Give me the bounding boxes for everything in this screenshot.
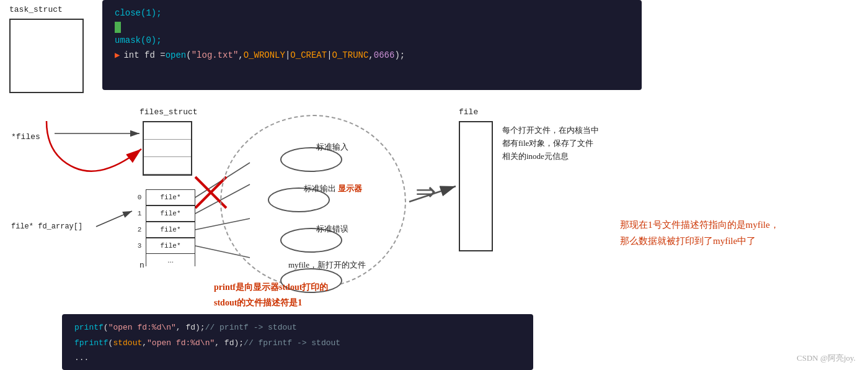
- task-struct-box: [9, 19, 84, 93]
- files-struct-column: [143, 121, 192, 176]
- fd-array-label: file* fd_array[]: [11, 222, 82, 231]
- oval-stderr-label: 标准错误: [316, 223, 348, 235]
- code-ocreat: O_CREAT: [290, 48, 327, 63]
- files-ptr-label: *files: [11, 132, 40, 142]
- fprintf-paren1: (: [108, 336, 113, 351]
- code-comma2: ,: [368, 48, 373, 63]
- printf-desc-line1: printf是向显示器stdout打印的: [214, 279, 328, 295]
- code-perm: 0666: [374, 48, 395, 63]
- right-text-line1: 那现在1号文件描述符指向的是myfile，: [620, 217, 825, 233]
- fd-index-0: 0: [133, 189, 146, 205]
- fd-index-2: 2: [133, 222, 146, 238]
- code-owronly: O_WRONLY: [244, 48, 285, 63]
- code-string-logtxt: "log.txt": [192, 48, 239, 63]
- file-box: [459, 121, 493, 251]
- right-text: 那现在1号文件描述符指向的是myfile， 那么数据就被打印到了myfile中了: [620, 217, 825, 249]
- arrow-right: ⇒: [415, 177, 436, 206]
- code-close: close(1);: [115, 6, 162, 21]
- oval-stdout-label: 标准输出 显示器: [304, 183, 362, 194]
- printf-fn: printf: [74, 320, 104, 336]
- oval-stdin-label: 标准输入: [316, 142, 348, 153]
- fprintf-str: "open fd:%d\n": [147, 336, 215, 351]
- code-pipe1: |: [285, 48, 290, 63]
- file-label: file: [459, 107, 478, 117]
- code-int: int fd =: [123, 48, 165, 63]
- code-comma1: ,: [238, 48, 243, 63]
- n-label: n: [140, 261, 144, 270]
- code-close-paren: );: [394, 48, 405, 63]
- bottom-dots: ...: [74, 351, 89, 366]
- printf-paren1: (: [104, 320, 108, 336]
- fprintf-comma: ,: [142, 336, 147, 351]
- task-struct-label: task_struct: [9, 5, 63, 14]
- code-open-fn: open: [166, 48, 187, 63]
- bottom-code-line1: printf ( "open fd:%d\n" , fd); printf("o…: [74, 320, 521, 336]
- fd-dots: ...: [146, 254, 195, 266]
- right-text-line2: 那么数据就被打印到了myfile中了: [620, 233, 825, 250]
- printf-comma: , fd);: [176, 320, 205, 336]
- files-struct-cell-3: [144, 157, 191, 174]
- code-umask: umask(0);: [115, 34, 162, 48]
- printf-desc: printf是向显示器stdout打印的 stdout的文件描述符是1: [214, 279, 328, 310]
- fd-row-2: 2 file*: [133, 222, 195, 238]
- fd-row-3: 3 file*: [133, 238, 195, 254]
- bottom-code-line2: fprintf ( stdout , "open fd:%d\n" , fd);…: [74, 336, 521, 351]
- fd-cell-1: file*: [146, 205, 195, 222]
- printf-comment-vis: // printf -> stdout: [205, 320, 297, 336]
- files-struct-cell: [144, 122, 191, 140]
- oval-stdout-text: 标准输出: [304, 184, 336, 193]
- bottom-code-line3: ...: [74, 351, 521, 366]
- fd-array-table: 0 file* 1 file* 2 file* 3 file* ...: [133, 189, 195, 266]
- cursor: [115, 22, 121, 33]
- line-indicator: ▶: [115, 48, 120, 63]
- printf-str1: "open fd:%d\n": [108, 320, 176, 336]
- file-desc: 每个打开文件，在内核当中都有file对象，保存了文件相关的inode元信息: [502, 124, 601, 163]
- svg-line-3: [96, 211, 132, 227]
- fd-cell-0: file*: [146, 189, 195, 205]
- fprintf-rest: , fd);: [215, 336, 244, 351]
- fd-index-3: 3: [133, 238, 146, 254]
- code-block-bottom: printf ( "open fd:%d\n" , fd); printf("o…: [62, 314, 533, 370]
- fprintf-comment: // fprintf -> stdout: [244, 336, 340, 351]
- code-paren: (: [186, 48, 191, 63]
- fprintf-fn: fprintf: [74, 336, 108, 351]
- watermark: CSDN @阿亮joy.: [797, 353, 856, 364]
- oval-stdout-extra: 显示器: [338, 184, 362, 193]
- code-otrunc: O_TRUNC: [332, 48, 369, 63]
- fprintf-stdout: stdout: [113, 336, 142, 351]
- code-block-top: close(1); umask(0); ▶ int fd = open ( "l…: [102, 0, 642, 90]
- files-struct-cell-2: [144, 140, 191, 157]
- fd-cell-2: file*: [146, 222, 195, 238]
- fd-index-1: 1: [133, 205, 146, 222]
- fd-cell-3: file*: [146, 238, 195, 254]
- fd-row-0: 0 file*: [133, 189, 195, 205]
- fd-row-1: 1 file*: [133, 205, 195, 222]
- files-struct-label: files_struct: [140, 107, 198, 117]
- code-pipe2: |: [327, 48, 332, 63]
- printf-desc-line2: stdout的文件描述符是1: [214, 295, 328, 310]
- oval-myfile-label: myfile，新打开的文件: [288, 259, 366, 271]
